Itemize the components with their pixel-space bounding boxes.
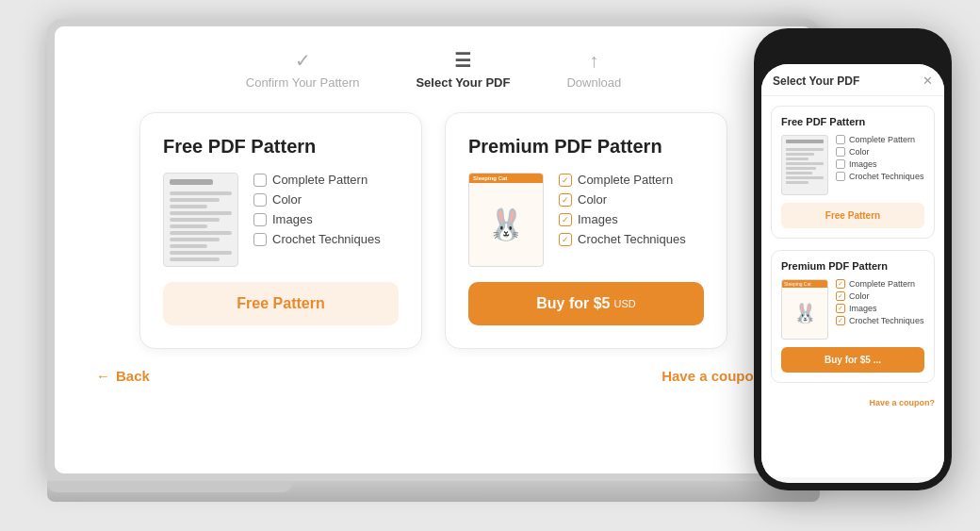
- phone-doc-line: [786, 167, 816, 170]
- phone-doc-line: [786, 162, 824, 165]
- cards-area: Free PDF Pattern: [92, 112, 775, 349]
- confirm-icon: ✓: [295, 49, 311, 72]
- phone-free-card: Free PDF Pattern: [771, 106, 935, 239]
- currency-label: USD: [614, 298, 636, 309]
- phone-scroll-area[interactable]: Free PDF Pattern: [761, 96, 944, 477]
- back-arrow-icon: ←: [96, 368, 110, 384]
- doc-line: [170, 257, 220, 261]
- phone-notch: [815, 40, 890, 60]
- doc-line: [170, 205, 207, 208]
- download-icon: ↑: [589, 50, 598, 72]
- feature-label: Complete Pattern: [272, 173, 368, 187]
- phone-free-body: Complete Pattern Color Images: [781, 135, 924, 195]
- modal-footer: ← Back Have a coupon?: [92, 368, 775, 384]
- phone-feature: ✓ Crochet Techniques: [836, 316, 923, 325]
- feature-text: Crochet Techniques: [849, 172, 923, 181]
- step-select-pdf: ☰ Select Your PDF: [416, 49, 510, 90]
- phone-feature: Color: [836, 147, 923, 157]
- rabbit-illustration: 🐰: [487, 183, 525, 266]
- rabbit-banner: Sleeping Cat: [469, 174, 543, 183]
- phone-free-features: Complete Pattern Color Images: [836, 135, 923, 195]
- phone-feature: Complete Pattern: [836, 135, 923, 144]
- phone-free-button[interactable]: Free Pattern: [781, 203, 924, 228]
- premium-features-list: ✓ Complete Pattern ✓ Color ✓ Images: [559, 173, 686, 246]
- phone-feature: ✓ Images: [836, 304, 923, 313]
- check-images: [253, 213, 267, 226]
- feature-label: Color: [578, 192, 607, 207]
- phone-doc-line: [786, 140, 824, 143]
- doc-line: [170, 231, 232, 235]
- phone-feature: ✓ Complete Pattern: [836, 279, 923, 289]
- buy-label: Buy for $5: [536, 295, 610, 312]
- doc-line: [170, 198, 220, 202]
- phone-modal-title: Select Your PDF: [773, 75, 859, 88]
- premium-card-title: Premium PDF Pattern: [468, 136, 704, 158]
- stepper: ✓ Confirm Your Pattern ☰ Select Your PDF…: [92, 49, 775, 90]
- feature-text: Complete Pattern: [849, 135, 915, 144]
- check-complete: [253, 174, 267, 187]
- phone-doc-line: [786, 181, 808, 184]
- rabbit-icon: 🐰: [487, 207, 525, 242]
- phone-coupon-link[interactable]: Have a coupon?: [771, 398, 935, 407]
- phone-check: [836, 172, 845, 181]
- doc-line: [170, 191, 232, 195]
- free-preview-image: [163, 173, 238, 267]
- phone-close-button[interactable]: ✕: [923, 74, 933, 88]
- feature-images: Images: [253, 212, 381, 226]
- laptop-body: ✕ ✓ Confirm Your Pattern ☰ Select Your P…: [47, 19, 820, 481]
- free-card-title: Free PDF Pattern: [163, 136, 399, 158]
- modal-content: ✕ ✓ Confirm Your Pattern ☰ Select Your P…: [55, 26, 812, 473]
- phone-premium-title: Premium PDF Pattern: [781, 260, 924, 272]
- feature-color: Color: [253, 192, 381, 207]
- select-pdf-label: Select Your PDF: [416, 75, 510, 90]
- doc-line: [170, 218, 220, 222]
- check-color: [253, 193, 267, 207]
- feature-crochet-premium: ✓ Crochet Techniques: [559, 232, 686, 246]
- phone-feature: ✓ Color: [836, 291, 923, 301]
- feature-label: Images: [578, 212, 618, 226]
- buy-button[interactable]: Buy for $5 USD: [468, 282, 704, 325]
- phone-doc-lines: [782, 136, 827, 188]
- phone-feature: Crochet Techniques: [836, 172, 923, 181]
- phone-doc-line: [786, 153, 814, 156]
- doc-line: [170, 238, 220, 241]
- phone-modal-header: Select Your PDF ✕: [761, 64, 944, 96]
- feature-label: Complete Pattern: [578, 173, 673, 187]
- phone-premium-card: Premium PDF Pattern Sleeping Cat 🐰 ✓ Com…: [771, 250, 935, 383]
- step-confirm: ✓ Confirm Your Pattern: [246, 49, 360, 90]
- check-crochet: [253, 233, 267, 246]
- feature-images-premium: ✓ Images: [559, 212, 686, 226]
- step-download: ↑ Download: [566, 50, 621, 90]
- feature-text: Images: [849, 304, 877, 313]
- phone-premium-body: Sleeping Cat 🐰 ✓ Complete Pattern ✓ Colo…: [781, 279, 924, 340]
- laptop: ✕ ✓ Confirm Your Pattern ☰ Select Your P…: [47, 19, 820, 519]
- free-pattern-button[interactable]: Free Pattern: [163, 282, 399, 325]
- phone-buy-button[interactable]: Buy for $5 ...: [781, 347, 924, 373]
- phone-check: [836, 159, 845, 169]
- doc-line: [170, 179, 213, 185]
- laptop-base: [47, 481, 820, 502]
- feature-label: Color: [272, 192, 302, 207]
- check-images-premium: ✓: [559, 213, 572, 226]
- premium-card-body: Sleeping Cat 🐰 ✓ Complete Pattern: [468, 173, 704, 267]
- confirm-label: Confirm Your Pattern: [246, 75, 360, 90]
- feature-label: Crochet Techniques: [272, 232, 381, 246]
- phone-rabbit-preview: Sleeping Cat 🐰: [781, 279, 828, 340]
- doc-line: [170, 211, 232, 215]
- download-label: Download: [566, 75, 621, 90]
- feature-text: Color: [849, 291, 870, 301]
- phone-premium-features: ✓ Complete Pattern ✓ Color ✓ Images: [836, 279, 923, 340]
- premium-pdf-card: Premium PDF Pattern Sleeping Cat 🐰 ✓: [445, 112, 727, 349]
- back-label: Back: [116, 368, 150, 384]
- phone-check: ✓: [836, 316, 845, 325]
- feature-text: Crochet Techniques: [849, 316, 923, 325]
- back-button[interactable]: ← Back: [96, 368, 150, 384]
- rabbit-preview-image: Sleeping Cat 🐰: [468, 173, 544, 267]
- phone-doc-line: [786, 176, 824, 179]
- laptop-notch: [47, 481, 292, 492]
- check-color-premium: ✓: [559, 193, 572, 207]
- phone-doc-line: [786, 172, 812, 174]
- doc-line: [170, 251, 232, 255]
- doc-line: [170, 244, 207, 248]
- phone-rabbit-banner: Sleeping Cat: [782, 280, 827, 288]
